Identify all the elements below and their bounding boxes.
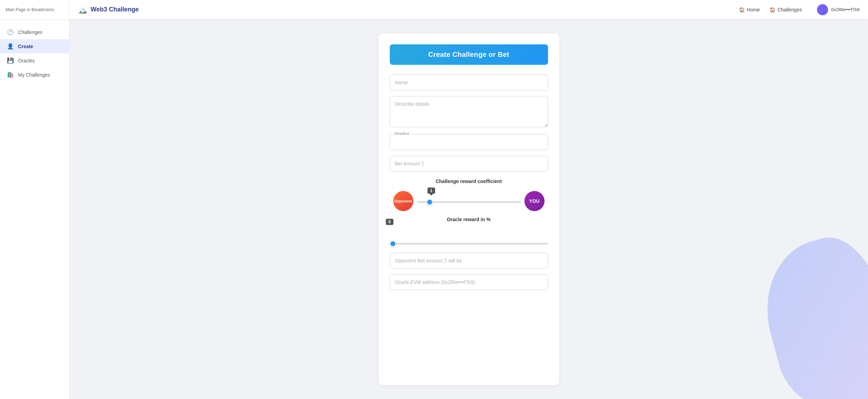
topnav: 🏔️ Web3 Challenge 🏠 Home 🏠 Challenges 0x… [0, 0, 868, 19]
challenges-nav-label: Challenges [777, 7, 802, 12]
name-group [390, 75, 548, 90]
oracle-address-group [390, 274, 548, 290]
deadline-group: Deadline 09/25/2022, 10:35 PM [390, 134, 548, 150]
home-icon: 🏠 [739, 7, 745, 12]
opponent-label: Opponent [394, 199, 412, 203]
my-challenges-icon: 🛍️ [7, 71, 14, 78]
wallet-info: 0x28fa••••f7b9 [817, 4, 860, 15]
reward-coeff-tooltip: 1 [427, 188, 435, 194]
sidebar: 🕐 Challenges 👤 Create 💾 Oracles 🛍️ My Ch… [0, 19, 69, 399]
sidebar-item-challenges[interactable]: 🕐 Challenges [0, 25, 69, 39]
wallet-avatar [817, 4, 828, 15]
opponent-circle: Opponent [393, 191, 413, 211]
create-form-card: Create Challenge or Bet Deadline 09/25/2… [379, 33, 559, 385]
challenges-nav-icon: 🏠 [769, 7, 775, 12]
reward-coeff-slider[interactable] [417, 201, 521, 203]
nav-challenges[interactable]: 🏠 Challenges [769, 7, 802, 12]
oracle-tooltip: 0 [386, 219, 394, 225]
sidebar-label-oracles: Oracles [18, 58, 35, 63]
brand-name: Web3 Challenge [91, 6, 139, 13]
brand-link[interactable]: 🏔️ Web3 Challenge [78, 5, 139, 14]
bet-amount-group [390, 156, 548, 172]
sidebar-label-my-challenges: My Challenges [18, 72, 50, 78]
nav-home[interactable]: 🏠 Home [739, 7, 760, 12]
topnav-links: 🏠 Home 🏠 Challenges 0x28fa••••f7b9 [739, 4, 860, 15]
deadline-label: Deadline [393, 131, 411, 136]
reward-coeff-slider-container: Opponent 1 YOU [390, 191, 548, 211]
main-content: Create Challenge or Bet Deadline 09/25/2… [69, 19, 868, 399]
oracle-reward-label: Oracle reward in % [390, 217, 548, 222]
home-label: Home [747, 7, 760, 12]
reward-coeff-section: Challenge reward coefficient Opponent 1 … [390, 179, 548, 211]
sidebar-item-create[interactable]: 👤 Create [0, 39, 69, 53]
oracle-reward-slider[interactable] [390, 243, 548, 244]
deadline-wrapper: Deadline 09/25/2022, 10:35 PM [390, 134, 548, 150]
deadline-input[interactable]: 09/25/2022, 10:35 PM [390, 134, 548, 150]
breadcrumb-bar: Main Page or Breadcrams [0, 0, 69, 19]
oracle-reward-section: Oracle reward in % 0 [390, 217, 548, 246]
brand-icon: 🏔️ [78, 5, 87, 14]
you-label: YOU [529, 198, 539, 204]
wallet-address: 0x28fa••••f7b9 [831, 7, 860, 12]
describe-input[interactable] [390, 96, 548, 127]
reward-slider-track: 1 [417, 198, 521, 204]
bet-amount-input[interactable] [390, 156, 548, 172]
sidebar-label-challenges: Challenges [18, 29, 42, 35]
you-circle: YOU [524, 191, 545, 211]
sidebar-item-my-challenges[interactable]: 🛍️ My Challenges [0, 68, 69, 82]
sidebar-label-create: Create [18, 44, 33, 49]
oracles-icon: 💾 [7, 57, 14, 64]
layout: 🕐 Challenges 👤 Create 💾 Oracles 🛍️ My Ch… [0, 19, 868, 399]
challenges-icon: 🕐 [7, 29, 14, 35]
create-challenge-button[interactable]: Create Challenge or Bet [390, 44, 548, 65]
oracle-slider-wrapper: 0 [390, 229, 548, 246]
opponent-bet-group [390, 253, 548, 269]
create-icon: 👤 [7, 43, 14, 50]
oracle-address-input[interactable] [390, 274, 548, 290]
breadcrumb-text: Main Page or Breadcrams [6, 7, 54, 12]
opponent-bet-input[interactable] [390, 253, 548, 269]
describe-group [390, 96, 548, 129]
reward-coeff-label: Challenge reward coefficient [390, 179, 548, 184]
sidebar-item-oracles[interactable]: 💾 Oracles [0, 53, 69, 68]
name-input[interactable] [390, 75, 548, 90]
